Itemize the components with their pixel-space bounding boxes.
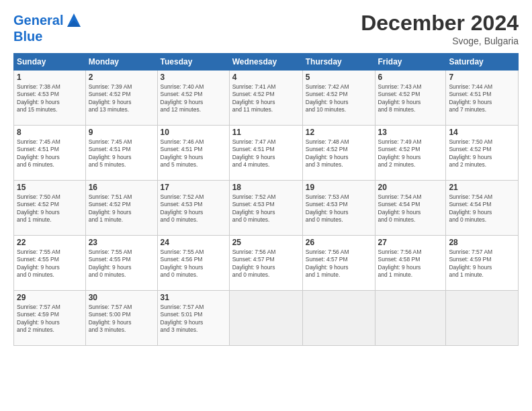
col-friday: Friday (375, 54, 446, 71)
day-info: Sunrise: 7:55 AM Sunset: 4:55 PM Dayligh… (89, 248, 154, 279)
week-row-4: 22Sunrise: 7:55 AM Sunset: 4:55 PM Dayli… (14, 236, 519, 291)
day-number: 31 (161, 293, 226, 302)
day-cell: 31Sunrise: 7:57 AM Sunset: 5:01 PM Dayli… (157, 291, 229, 346)
day-cell: 2Sunrise: 7:39 AM Sunset: 4:52 PM Daylig… (85, 71, 157, 126)
month-title: December 2024 (361, 11, 519, 36)
day-cell: 16Sunrise: 7:51 AM Sunset: 4:52 PM Dayli… (85, 181, 157, 236)
day-number: 21 (449, 183, 515, 192)
day-info: Sunrise: 7:38 AM Sunset: 4:53 PM Dayligh… (17, 83, 83, 114)
day-number: 7 (449, 73, 515, 82)
day-cell (229, 291, 302, 346)
day-info: Sunrise: 7:56 AM Sunset: 4:57 PM Dayligh… (306, 248, 372, 279)
day-cell: 18Sunrise: 7:52 AM Sunset: 4:53 PM Dayli… (229, 181, 302, 236)
col-sunday: Sunday (14, 54, 86, 71)
day-cell: 11Sunrise: 7:47 AM Sunset: 4:51 PM Dayli… (229, 126, 302, 181)
day-info: Sunrise: 7:39 AM Sunset: 4:52 PM Dayligh… (89, 83, 154, 114)
col-saturday: Saturday (446, 54, 519, 71)
day-number: 20 (378, 183, 443, 192)
page: General Blue December 2024 Svoge, Bulgar… (0, 0, 532, 411)
day-cell: 24Sunrise: 7:55 AM Sunset: 4:56 PM Dayli… (157, 236, 229, 291)
day-info: Sunrise: 7:41 AM Sunset: 4:52 PM Dayligh… (232, 83, 300, 114)
day-number: 3 (161, 73, 226, 82)
day-cell: 25Sunrise: 7:56 AM Sunset: 4:57 PM Dayli… (229, 236, 302, 291)
week-row-3: 15Sunrise: 7:50 AM Sunset: 4:52 PM Dayli… (14, 181, 519, 236)
calendar-header: Sunday Monday Tuesday Wednesday Thursday… (14, 54, 519, 71)
day-cell: 14Sunrise: 7:50 AM Sunset: 4:52 PM Dayli… (446, 126, 519, 181)
day-number: 4 (232, 73, 300, 82)
day-cell: 29Sunrise: 7:57 AM Sunset: 4:59 PM Dayli… (14, 291, 86, 346)
day-info: Sunrise: 7:54 AM Sunset: 4:54 PM Dayligh… (449, 193, 515, 224)
day-number: 28 (449, 238, 515, 247)
day-number: 9 (89, 128, 154, 137)
day-info: Sunrise: 7:56 AM Sunset: 4:58 PM Dayligh… (378, 248, 443, 279)
day-info: Sunrise: 7:48 AM Sunset: 4:52 PM Dayligh… (306, 138, 372, 169)
day-number: 12 (306, 128, 372, 137)
day-info: Sunrise: 7:52 AM Sunset: 4:53 PM Dayligh… (161, 193, 226, 224)
day-cell: 19Sunrise: 7:53 AM Sunset: 4:53 PM Dayli… (302, 181, 375, 236)
day-info: Sunrise: 7:54 AM Sunset: 4:54 PM Dayligh… (378, 193, 443, 224)
day-number: 5 (306, 73, 372, 82)
day-info: Sunrise: 7:56 AM Sunset: 4:57 PM Dayligh… (232, 248, 300, 279)
day-cell: 21Sunrise: 7:54 AM Sunset: 4:54 PM Dayli… (446, 181, 519, 236)
day-number: 23 (89, 238, 154, 247)
day-info: Sunrise: 7:57 AM Sunset: 5:01 PM Dayligh… (161, 304, 226, 334)
day-cell: 30Sunrise: 7:57 AM Sunset: 5:00 PM Dayli… (85, 291, 157, 346)
day-info: Sunrise: 7:52 AM Sunset: 4:53 PM Dayligh… (232, 193, 300, 224)
day-info: Sunrise: 7:57 AM Sunset: 4:59 PM Dayligh… (449, 248, 515, 279)
day-number: 18 (232, 183, 300, 192)
logo-icon (64, 11, 83, 30)
day-info: Sunrise: 7:53 AM Sunset: 4:53 PM Dayligh… (306, 193, 372, 224)
day-cell: 7Sunrise: 7:44 AM Sunset: 4:51 PM Daylig… (446, 71, 519, 126)
day-number: 15 (17, 183, 83, 192)
day-number: 26 (306, 238, 372, 247)
day-cell: 28Sunrise: 7:57 AM Sunset: 4:59 PM Dayli… (446, 236, 519, 291)
day-number: 25 (232, 238, 300, 247)
day-info: Sunrise: 7:50 AM Sunset: 4:52 PM Dayligh… (17, 193, 83, 224)
calendar: Sunday Monday Tuesday Wednesday Thursday… (13, 53, 519, 346)
day-cell: 20Sunrise: 7:54 AM Sunset: 4:54 PM Dayli… (375, 181, 446, 236)
logo-general: General (13, 13, 63, 28)
day-info: Sunrise: 7:44 AM Sunset: 4:51 PM Dayligh… (449, 83, 515, 114)
day-cell: 27Sunrise: 7:56 AM Sunset: 4:58 PM Dayli… (375, 236, 446, 291)
day-info: Sunrise: 7:51 AM Sunset: 4:52 PM Dayligh… (89, 193, 154, 224)
day-number: 11 (232, 128, 300, 137)
day-cell: 15Sunrise: 7:50 AM Sunset: 4:52 PM Dayli… (14, 181, 86, 236)
day-info: Sunrise: 7:55 AM Sunset: 4:56 PM Dayligh… (161, 248, 226, 279)
day-info: Sunrise: 7:50 AM Sunset: 4:52 PM Dayligh… (449, 138, 515, 169)
day-cell: 8Sunrise: 7:45 AM Sunset: 4:51 PM Daylig… (14, 126, 86, 181)
day-number: 17 (161, 183, 226, 192)
day-cell: 12Sunrise: 7:48 AM Sunset: 4:52 PM Dayli… (302, 126, 375, 181)
day-cell: 4Sunrise: 7:41 AM Sunset: 4:52 PM Daylig… (229, 71, 302, 126)
day-number: 27 (378, 238, 443, 247)
day-number: 8 (17, 128, 83, 137)
day-cell (446, 291, 519, 346)
day-number: 13 (378, 128, 443, 137)
day-number: 16 (89, 183, 154, 192)
title-area: December 2024 Svoge, Bulgaria (361, 11, 519, 46)
day-cell: 9Sunrise: 7:45 AM Sunset: 4:51 PM Daylig… (85, 126, 157, 181)
day-cell: 13Sunrise: 7:49 AM Sunset: 4:52 PM Dayli… (375, 126, 446, 181)
day-info: Sunrise: 7:43 AM Sunset: 4:52 PM Dayligh… (378, 83, 443, 114)
day-info: Sunrise: 7:42 AM Sunset: 4:52 PM Dayligh… (306, 83, 372, 114)
day-info: Sunrise: 7:46 AM Sunset: 4:51 PM Dayligh… (161, 138, 226, 169)
logo: General Blue (13, 11, 83, 43)
week-row-1: 1Sunrise: 7:38 AM Sunset: 4:53 PM Daylig… (14, 71, 519, 126)
header-row: Sunday Monday Tuesday Wednesday Thursday… (14, 54, 519, 71)
day-number: 2 (89, 73, 154, 82)
day-number: 10 (161, 128, 226, 137)
day-cell (375, 291, 446, 346)
day-number: 14 (449, 128, 515, 137)
logo-blue: Blue (13, 30, 83, 43)
day-cell: 5Sunrise: 7:42 AM Sunset: 4:52 PM Daylig… (302, 71, 375, 126)
col-tuesday: Tuesday (157, 54, 229, 71)
day-cell: 1Sunrise: 7:38 AM Sunset: 4:53 PM Daylig… (14, 71, 86, 126)
day-cell: 22Sunrise: 7:55 AM Sunset: 4:55 PM Dayli… (14, 236, 86, 291)
day-number: 1 (17, 73, 83, 82)
day-info: Sunrise: 7:45 AM Sunset: 4:51 PM Dayligh… (89, 138, 154, 169)
week-row-2: 8Sunrise: 7:45 AM Sunset: 4:51 PM Daylig… (14, 126, 519, 181)
day-number: 22 (17, 238, 83, 247)
day-cell: 17Sunrise: 7:52 AM Sunset: 4:53 PM Dayli… (157, 181, 229, 236)
col-monday: Monday (85, 54, 157, 71)
col-wednesday: Wednesday (229, 54, 302, 71)
location: Svoge, Bulgaria (361, 36, 519, 46)
